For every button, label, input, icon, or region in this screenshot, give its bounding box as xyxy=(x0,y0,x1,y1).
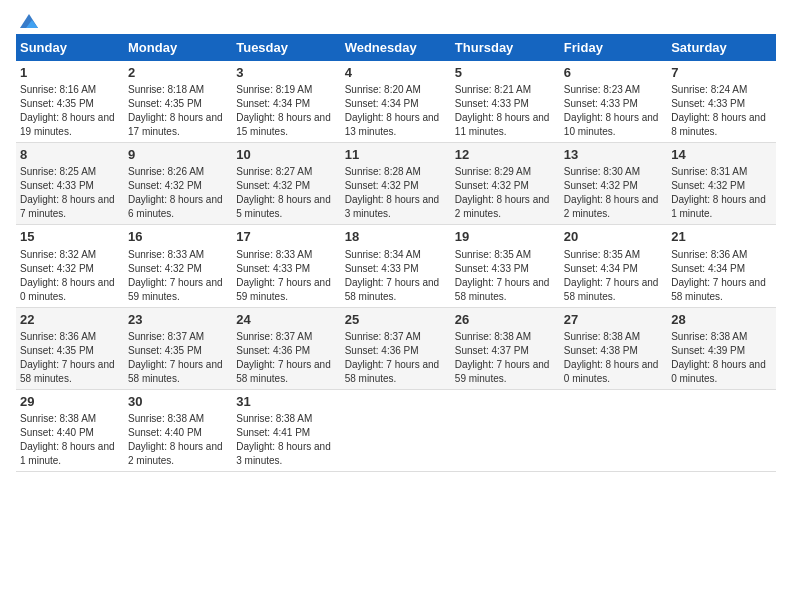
day-number: 14 xyxy=(671,146,772,164)
day-info: Sunrise: 8:35 AMSunset: 4:34 PMDaylight:… xyxy=(564,249,659,302)
day-info: Sunrise: 8:36 AMSunset: 4:35 PMDaylight:… xyxy=(20,331,115,384)
day-info: Sunrise: 8:38 AMSunset: 4:41 PMDaylight:… xyxy=(236,413,331,466)
header-sunday: Sunday xyxy=(16,34,124,61)
header-thursday: Thursday xyxy=(451,34,560,61)
day-number: 20 xyxy=(564,228,663,246)
day-cell: 19Sunrise: 8:35 AMSunset: 4:33 PMDayligh… xyxy=(451,225,560,307)
day-number: 22 xyxy=(20,311,120,329)
day-info: Sunrise: 8:38 AMSunset: 4:40 PMDaylight:… xyxy=(128,413,223,466)
day-info: Sunrise: 8:29 AMSunset: 4:32 PMDaylight:… xyxy=(455,166,550,219)
day-cell: 27Sunrise: 8:38 AMSunset: 4:38 PMDayligh… xyxy=(560,307,667,389)
day-cell: 1Sunrise: 8:16 AMSunset: 4:35 PMDaylight… xyxy=(16,61,124,143)
day-cell: 2Sunrise: 8:18 AMSunset: 4:35 PMDaylight… xyxy=(124,61,232,143)
day-number: 29 xyxy=(20,393,120,411)
day-cell: 23Sunrise: 8:37 AMSunset: 4:35 PMDayligh… xyxy=(124,307,232,389)
day-info: Sunrise: 8:38 AMSunset: 4:38 PMDaylight:… xyxy=(564,331,659,384)
week-row-1: 1Sunrise: 8:16 AMSunset: 4:35 PMDaylight… xyxy=(16,61,776,143)
day-cell: 29Sunrise: 8:38 AMSunset: 4:40 PMDayligh… xyxy=(16,389,124,471)
day-cell xyxy=(667,389,776,471)
logo-icon xyxy=(18,12,40,30)
day-number: 31 xyxy=(236,393,336,411)
day-info: Sunrise: 8:37 AMSunset: 4:36 PMDaylight:… xyxy=(236,331,331,384)
day-number: 5 xyxy=(455,64,556,82)
day-cell: 26Sunrise: 8:38 AMSunset: 4:37 PMDayligh… xyxy=(451,307,560,389)
day-cell: 31Sunrise: 8:38 AMSunset: 4:41 PMDayligh… xyxy=(232,389,340,471)
day-info: Sunrise: 8:30 AMSunset: 4:32 PMDaylight:… xyxy=(564,166,659,219)
day-number: 28 xyxy=(671,311,772,329)
day-number: 4 xyxy=(345,64,447,82)
day-number: 17 xyxy=(236,228,336,246)
day-cell: 11Sunrise: 8:28 AMSunset: 4:32 PMDayligh… xyxy=(341,143,451,225)
day-info: Sunrise: 8:28 AMSunset: 4:32 PMDaylight:… xyxy=(345,166,440,219)
day-number: 18 xyxy=(345,228,447,246)
day-number: 12 xyxy=(455,146,556,164)
header-wednesday: Wednesday xyxy=(341,34,451,61)
day-info: Sunrise: 8:21 AMSunset: 4:33 PMDaylight:… xyxy=(455,84,550,137)
header-tuesday: Tuesday xyxy=(232,34,340,61)
day-info: Sunrise: 8:33 AMSunset: 4:33 PMDaylight:… xyxy=(236,249,331,302)
day-info: Sunrise: 8:27 AMSunset: 4:32 PMDaylight:… xyxy=(236,166,331,219)
day-number: 19 xyxy=(455,228,556,246)
day-info: Sunrise: 8:24 AMSunset: 4:33 PMDaylight:… xyxy=(671,84,766,137)
day-number: 30 xyxy=(128,393,228,411)
day-info: Sunrise: 8:36 AMSunset: 4:34 PMDaylight:… xyxy=(671,249,766,302)
day-info: Sunrise: 8:26 AMSunset: 4:32 PMDaylight:… xyxy=(128,166,223,219)
day-info: Sunrise: 8:20 AMSunset: 4:34 PMDaylight:… xyxy=(345,84,440,137)
day-info: Sunrise: 8:38 AMSunset: 4:37 PMDaylight:… xyxy=(455,331,550,384)
day-number: 3 xyxy=(236,64,336,82)
day-cell: 21Sunrise: 8:36 AMSunset: 4:34 PMDayligh… xyxy=(667,225,776,307)
day-cell: 9Sunrise: 8:26 AMSunset: 4:32 PMDaylight… xyxy=(124,143,232,225)
day-cell: 6Sunrise: 8:23 AMSunset: 4:33 PMDaylight… xyxy=(560,61,667,143)
day-cell: 3Sunrise: 8:19 AMSunset: 4:34 PMDaylight… xyxy=(232,61,340,143)
day-number: 24 xyxy=(236,311,336,329)
header-monday: Monday xyxy=(124,34,232,61)
day-cell: 22Sunrise: 8:36 AMSunset: 4:35 PMDayligh… xyxy=(16,307,124,389)
day-info: Sunrise: 8:31 AMSunset: 4:32 PMDaylight:… xyxy=(671,166,766,219)
day-info: Sunrise: 8:38 AMSunset: 4:40 PMDaylight:… xyxy=(20,413,115,466)
day-number: 10 xyxy=(236,146,336,164)
day-cell: 8Sunrise: 8:25 AMSunset: 4:33 PMDaylight… xyxy=(16,143,124,225)
day-cell: 17Sunrise: 8:33 AMSunset: 4:33 PMDayligh… xyxy=(232,225,340,307)
week-row-5: 29Sunrise: 8:38 AMSunset: 4:40 PMDayligh… xyxy=(16,389,776,471)
day-number: 23 xyxy=(128,311,228,329)
header-saturday: Saturday xyxy=(667,34,776,61)
day-number: 21 xyxy=(671,228,772,246)
day-number: 26 xyxy=(455,311,556,329)
day-cell: 30Sunrise: 8:38 AMSunset: 4:40 PMDayligh… xyxy=(124,389,232,471)
day-number: 2 xyxy=(128,64,228,82)
day-cell: 7Sunrise: 8:24 AMSunset: 4:33 PMDaylight… xyxy=(667,61,776,143)
day-cell: 4Sunrise: 8:20 AMSunset: 4:34 PMDaylight… xyxy=(341,61,451,143)
day-cell: 16Sunrise: 8:33 AMSunset: 4:32 PMDayligh… xyxy=(124,225,232,307)
day-number: 6 xyxy=(564,64,663,82)
day-info: Sunrise: 8:25 AMSunset: 4:33 PMDaylight:… xyxy=(20,166,115,219)
day-info: Sunrise: 8:38 AMSunset: 4:39 PMDaylight:… xyxy=(671,331,766,384)
week-row-3: 15Sunrise: 8:32 AMSunset: 4:32 PMDayligh… xyxy=(16,225,776,307)
week-row-2: 8Sunrise: 8:25 AMSunset: 4:33 PMDaylight… xyxy=(16,143,776,225)
day-number: 1 xyxy=(20,64,120,82)
logo xyxy=(16,16,40,24)
day-cell: 28Sunrise: 8:38 AMSunset: 4:39 PMDayligh… xyxy=(667,307,776,389)
day-cell: 13Sunrise: 8:30 AMSunset: 4:32 PMDayligh… xyxy=(560,143,667,225)
day-number: 8 xyxy=(20,146,120,164)
day-info: Sunrise: 8:16 AMSunset: 4:35 PMDaylight:… xyxy=(20,84,115,137)
header-friday: Friday xyxy=(560,34,667,61)
day-number: 25 xyxy=(345,311,447,329)
day-cell: 10Sunrise: 8:27 AMSunset: 4:32 PMDayligh… xyxy=(232,143,340,225)
day-info: Sunrise: 8:19 AMSunset: 4:34 PMDaylight:… xyxy=(236,84,331,137)
page-container: SundayMondayTuesdayWednesdayThursdayFrid… xyxy=(0,0,792,480)
day-cell: 14Sunrise: 8:31 AMSunset: 4:32 PMDayligh… xyxy=(667,143,776,225)
day-info: Sunrise: 8:32 AMSunset: 4:32 PMDaylight:… xyxy=(20,249,115,302)
day-number: 16 xyxy=(128,228,228,246)
day-number: 7 xyxy=(671,64,772,82)
day-cell: 15Sunrise: 8:32 AMSunset: 4:32 PMDayligh… xyxy=(16,225,124,307)
page-header xyxy=(16,16,776,24)
day-info: Sunrise: 8:37 AMSunset: 4:36 PMDaylight:… xyxy=(345,331,440,384)
day-info: Sunrise: 8:23 AMSunset: 4:33 PMDaylight:… xyxy=(564,84,659,137)
day-info: Sunrise: 8:34 AMSunset: 4:33 PMDaylight:… xyxy=(345,249,440,302)
day-cell xyxy=(341,389,451,471)
day-number: 11 xyxy=(345,146,447,164)
day-cell: 12Sunrise: 8:29 AMSunset: 4:32 PMDayligh… xyxy=(451,143,560,225)
day-cell: 20Sunrise: 8:35 AMSunset: 4:34 PMDayligh… xyxy=(560,225,667,307)
calendar-header-row: SundayMondayTuesdayWednesdayThursdayFrid… xyxy=(16,34,776,61)
day-info: Sunrise: 8:33 AMSunset: 4:32 PMDaylight:… xyxy=(128,249,223,302)
